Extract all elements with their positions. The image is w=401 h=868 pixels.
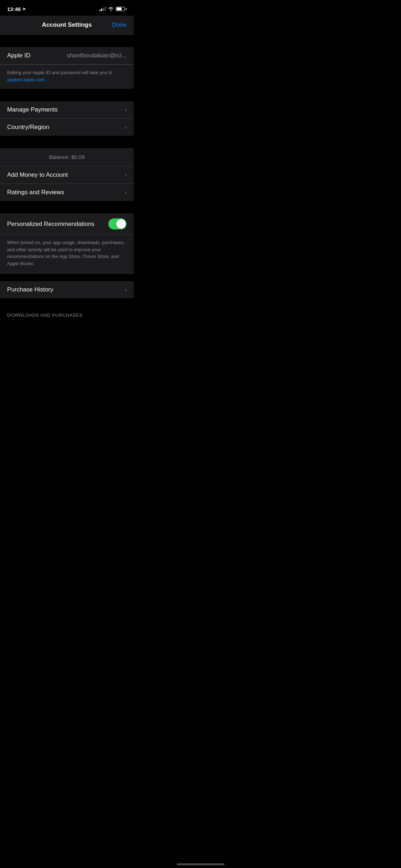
status-bar: 13:46 ➤: [0, 0, 134, 16]
wifi-icon: [108, 7, 114, 11]
apple-id-info: Editing your Apple ID and password will …: [0, 64, 134, 89]
chevron-icon: ›: [125, 172, 127, 178]
purchase-history-right: ›: [125, 287, 127, 293]
ratings-reviews-label: Ratings and Reviews: [7, 189, 64, 196]
balance-label: Balance: $0.09: [49, 154, 84, 160]
purchase-history-row[interactable]: Purchase History ›: [0, 281, 134, 298]
toggle-track: [108, 218, 127, 229]
spacer-1: [0, 35, 134, 47]
purchase-history-label: Purchase History: [7, 286, 53, 293]
chevron-icon: ›: [125, 287, 127, 293]
personalized-toggle[interactable]: [108, 218, 127, 229]
downloads-label: DOWNLOADS AND PURCHASES: [7, 312, 83, 318]
add-money-label: Add Money to Account: [7, 171, 68, 179]
location-arrow-icon: ➤: [22, 7, 26, 11]
purchase-history-group: Purchase History ›: [0, 281, 134, 298]
spacer-5: [0, 274, 134, 281]
country-region-label: Country/Region: [7, 124, 49, 131]
personalized-group: Personalized Recommendations When turned…: [0, 213, 134, 274]
ratings-reviews-row[interactable]: Ratings and Reviews ›: [0, 184, 134, 201]
apple-id-info-text: Editing your Apple ID and password will …: [7, 70, 112, 82]
time-label: 13:46: [7, 6, 21, 12]
personalized-description: When turned on, your app usage, download…: [0, 235, 134, 274]
apple-id-row[interactable]: Apple ID shantboudakian@icl...: [0, 47, 134, 64]
payments-group: Manage Payments › Country/Region ›: [0, 101, 134, 136]
spacer-4: [0, 201, 134, 213]
done-button[interactable]: Done: [112, 21, 127, 29]
chevron-icon: ›: [125, 190, 127, 195]
toggle-thumb: [116, 219, 126, 229]
apple-id-value-container: shantboudakian@icl...: [67, 52, 127, 59]
add-money-right: ›: [125, 172, 127, 178]
payments-right: ›: [125, 107, 127, 113]
chevron-icon: ›: [125, 107, 127, 113]
apple-id-link[interactable]: appleid.apple.com: [7, 77, 45, 82]
status-icons: [99, 7, 127, 11]
manage-payments-label: Manage Payments: [7, 106, 58, 113]
signal-icon: [99, 7, 106, 11]
downloads-header: DOWNLOADS AND PURCHASES: [0, 309, 134, 320]
personalized-label: Personalized Recommendations: [7, 221, 94, 228]
manage-payments-row[interactable]: Manage Payments ›: [0, 101, 134, 119]
status-time: 13:46 ➤: [7, 6, 26, 12]
country-region-row[interactable]: Country/Region ›: [0, 119, 134, 136]
battery-icon: [116, 7, 127, 11]
balance-row: Balance: $0.09: [0, 148, 134, 166]
apple-id-label: Apple ID: [7, 52, 30, 59]
apple-id-value: shantboudakian@icl...: [67, 52, 127, 59]
apple-id-group: Apple ID shantboudakian@icl... Editing y…: [0, 47, 134, 89]
bottom-spacer: [0, 298, 134, 309]
country-right: ›: [125, 124, 127, 130]
spacer-2: [0, 89, 134, 101]
add-money-row[interactable]: Add Money to Account ›: [0, 166, 134, 184]
nav-bar: Account Settings Done: [0, 16, 134, 35]
spacer-3: [0, 136, 134, 148]
personalized-description-text: When turned on, your app usage, download…: [7, 240, 125, 266]
balance-group: Balance: $0.09 Add Money to Account › Ra…: [0, 148, 134, 201]
personalized-row[interactable]: Personalized Recommendations: [0, 213, 134, 235]
page-title: Account Settings: [42, 21, 92, 29]
chevron-icon: ›: [125, 124, 127, 130]
ratings-right: ›: [125, 190, 127, 195]
